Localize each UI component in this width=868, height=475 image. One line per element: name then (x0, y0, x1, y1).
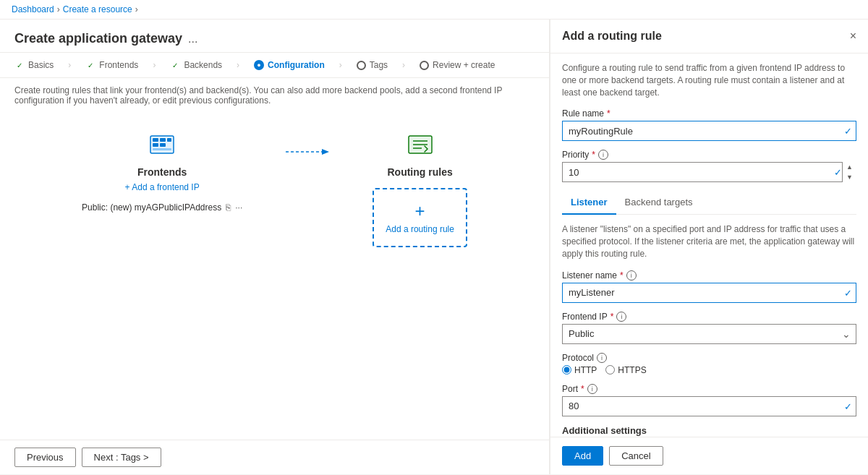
port-input[interactable] (562, 396, 856, 416)
left-panel: Create application gateway ... ✓ Basics … (0, 20, 550, 474)
step-configuration-label: Configuration (268, 60, 325, 70)
routing-block: Routing rules + Add a routing rule (373, 127, 467, 247)
step-sep-5: › (402, 60, 405, 70)
add-routing-rule-box[interactable]: + Add a routing rule (373, 188, 467, 247)
panel-body: Configure a routing rule to send traffic… (550, 54, 868, 437)
step-sep-1: › (68, 60, 71, 70)
breadcrumb-sep-2: › (135, 4, 138, 14)
step-review-circle (420, 61, 429, 70)
protocol-https-option[interactable]: HTTPS (605, 365, 646, 375)
step-basics-label: Basics (28, 60, 54, 70)
breadcrumb: Dashboard › Create a resource › (0, 0, 868, 20)
frontend-ip-info-icon[interactable]: i (616, 312, 626, 322)
right-panel: Add a routing rule × Configure a routing… (550, 20, 868, 474)
panel-title: Add a routing rule (562, 30, 662, 43)
step-sep-4: › (339, 60, 342, 70)
listener-name-input[interactable] (562, 283, 856, 303)
listener-name-input-wrap: ✓ (562, 283, 856, 303)
priority-down-button[interactable]: ▼ (843, 172, 856, 182)
frontend-ip-label: Frontend IP * i (562, 312, 856, 322)
svg-marker-8 (322, 149, 329, 155)
additional-settings-label: Additional settings (562, 425, 856, 436)
protocol-info-icon[interactable]: i (597, 353, 607, 363)
frontends-block: Frontends + Add a frontend IP Public: (n… (82, 127, 242, 213)
priority-info-icon[interactable]: i (598, 150, 608, 160)
step-configuration-circle: ● (254, 60, 264, 70)
cancel-button[interactable]: Cancel (609, 446, 663, 466)
step-basics[interactable]: ✓ Basics (14, 60, 54, 70)
svg-rect-1 (153, 138, 158, 142)
breadcrumb-create-resource[interactable]: Create a resource (63, 4, 132, 14)
priority-input[interactable] (562, 162, 856, 182)
protocol-label: Protocol i (562, 353, 856, 363)
step-backends-label: Backends (184, 60, 222, 70)
add-button[interactable]: Add (562, 446, 603, 466)
svg-rect-6 (153, 148, 171, 150)
tab-listener[interactable]: Listener (562, 191, 616, 215)
priority-required: * (592, 150, 595, 160)
bottom-bar: Previous Next : Tags > (0, 440, 549, 474)
port-required: * (581, 384, 584, 394)
svg-rect-3 (167, 138, 171, 142)
routing-plus-icon: + (415, 201, 425, 221)
port-group: Port * i ✓ (562, 384, 856, 416)
frontends-icon (145, 127, 179, 162)
protocol-radio-group: HTTP HTTPS (562, 365, 856, 375)
listener-name-group: Listener name * i ✓ (562, 270, 856, 303)
page-description: Create routing rules that link your fron… (0, 78, 549, 113)
listener-description: A listener "listens" on a specified port… (562, 223, 856, 260)
frontend-ip-group: Frontend IP * i Public Private (562, 312, 856, 344)
routing-rules-label: Routing rules (387, 166, 452, 178)
step-frontends-label: Frontends (99, 60, 138, 70)
priority-input-wrap: ✓ ▲ ▼ (562, 162, 856, 182)
svg-rect-5 (160, 143, 166, 147)
add-frontend-link[interactable]: + Add a frontend IP (125, 182, 200, 192)
listener-name-info-icon[interactable]: i (626, 270, 637, 281)
protocol-https-radio[interactable] (605, 365, 615, 375)
ellipsis-icon[interactable]: ··· (235, 202, 242, 213)
step-nav: ✓ Basics › ✓ Frontends › ✓ Backends › ● … (0, 53, 549, 78)
breadcrumb-dashboard[interactable]: Dashboard (12, 4, 54, 14)
protocol-http-option[interactable]: HTTP (562, 365, 597, 375)
frontend-item: Public: (new) myAGPublicIPAddress ⎘ ··· (82, 202, 242, 213)
priority-stepper: ▲ ▼ (842, 162, 856, 182)
panel-description: Configure a routing rule to send traffic… (562, 62, 856, 98)
listener-name-label: Listener name * i (562, 270, 856, 281)
step-backends-check: ✓ (170, 60, 180, 70)
rule-name-input[interactable] (562, 121, 856, 141)
step-tags-circle (357, 61, 366, 70)
page-title: Create application gateway (14, 31, 182, 46)
listener-name-checkmark: ✓ (844, 287, 852, 298)
protocol-http-radio[interactable] (562, 365, 571, 375)
panel-tabs: Listener Backend targets (562, 191, 856, 215)
step-review[interactable]: Review + create (420, 60, 495, 70)
priority-up-button[interactable]: ▲ (843, 162, 856, 172)
previous-button[interactable]: Previous (14, 448, 76, 467)
svg-rect-4 (153, 143, 158, 147)
rule-name-checkmark: ✓ (844, 126, 852, 137)
frontend-item-label: Public: (new) myAGPublicIPAddress (82, 202, 221, 213)
frontend-ip-select-wrap: Public Private (562, 324, 856, 344)
step-tags[interactable]: Tags (357, 60, 388, 70)
frontend-ip-select[interactable]: Public Private (562, 324, 856, 344)
step-backends[interactable]: ✓ Backends (170, 60, 222, 70)
rule-name-input-wrap: ✓ (562, 121, 856, 141)
frontends-label: Frontends (137, 166, 187, 178)
copy-icon[interactable]: ⎘ (226, 202, 231, 213)
step-frontends[interactable]: ✓ Frontends (85, 60, 138, 70)
port-input-wrap: ✓ (562, 396, 856, 416)
step-configuration[interactable]: ● Configuration (254, 60, 325, 70)
rule-name-group: Rule name * ✓ (562, 108, 856, 141)
priority-checkmark: ✓ (834, 167, 842, 178)
tab-backend-targets[interactable]: Backend targets (616, 191, 702, 215)
routing-add-label: Add a routing rule (386, 224, 454, 234)
svg-rect-2 (160, 138, 166, 142)
port-checkmark: ✓ (844, 401, 852, 411)
page-title-dots[interactable]: ... (188, 33, 197, 46)
step-review-label: Review + create (433, 60, 495, 70)
panel-close-button[interactable]: × (850, 30, 856, 43)
next-button[interactable]: Next : Tags > (82, 448, 161, 467)
page-header: Create application gateway ... (0, 20, 549, 53)
panel-footer: Add Cancel (550, 437, 868, 474)
port-info-icon[interactable]: i (587, 384, 597, 394)
